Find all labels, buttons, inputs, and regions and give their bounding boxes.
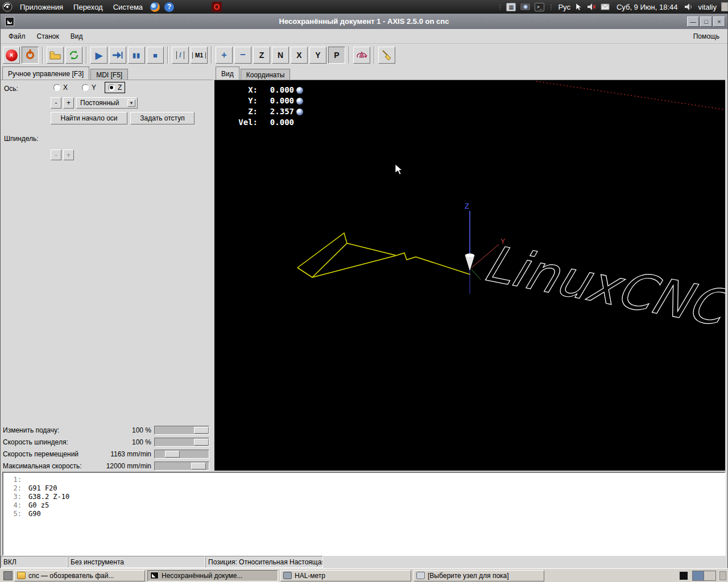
- menu-applications[interactable]: Приложения: [15, 0, 68, 14]
- estop-button[interactable]: ×: [3, 47, 20, 64]
- open-file-button[interactable]: [47, 47, 64, 64]
- workspace-2[interactable]: [704, 571, 715, 580]
- tab-mdi[interactable]: MDI [F5]: [90, 69, 128, 80]
- skip-lines-toggle[interactable]: /: [172, 47, 189, 64]
- calculator-icon[interactable]: ▦: [506, 3, 516, 11]
- keyboard-layout-indicator[interactable]: Рус: [555, 3, 573, 11]
- workspace-1[interactable]: [693, 571, 704, 580]
- view-top-rotated-button[interactable]: N: [272, 47, 289, 64]
- menu-view[interactable]: Вид: [65, 30, 89, 43]
- help-launcher-icon[interactable]: ?: [164, 2, 174, 12]
- taskbar-window-select-node[interactable]: [Выберите узел для пока]: [413, 570, 544, 581]
- gcode-line[interactable]: 1:: [3, 476, 725, 484]
- toolbar-separator: [167, 47, 168, 64]
- slider-handle[interactable]: [194, 427, 209, 434]
- manual-control-panel: Ось: X Y Z - + Постоянный ▼ Найти начало…: [1, 80, 213, 471]
- gcode-listing[interactable]: 1: 2:G91 F20 3:G38.2 Z-10 4:G0 z5 5:G90: [2, 472, 726, 556]
- gcode-line-text: G38.2 Z-10: [28, 493, 69, 501]
- mouse-cursor: [395, 164, 402, 174]
- jog-speed-slider[interactable]: [154, 450, 209, 459]
- gcode-line[interactable]: 4:G0 z5: [3, 501, 725, 510]
- applet-handle: ⋮: [497, 3, 503, 11]
- clear-plot-button[interactable]: [378, 47, 395, 64]
- pause-button[interactable]: ▮▮: [128, 47, 145, 64]
- terminal-icon[interactable]: >_: [535, 3, 544, 11]
- speaker-icon[interactable]: [684, 3, 692, 11]
- taskbar-window-halmeter[interactable]: HAL-метр: [280, 570, 411, 581]
- dro-vel-label: Vel:: [231, 117, 258, 128]
- spindle-plus-button[interactable]: +: [63, 149, 74, 160]
- max-velocity-slider[interactable]: [154, 462, 209, 471]
- trash-applet-icon[interactable]: [719, 571, 726, 580]
- distributor-logo-icon[interactable]: [2, 2, 13, 12]
- chevron-down-icon: ▼: [127, 99, 135, 107]
- tool-cone-top: [465, 253, 474, 257]
- menubar: Файл Станок Вид Помощь: [1, 29, 727, 44]
- stop-button[interactable]: ■: [147, 47, 164, 64]
- step-button[interactable]: [109, 47, 126, 64]
- slider-handle[interactable]: [165, 451, 180, 458]
- taskbar-window-file-manager[interactable]: cnc — обозреватель фай...: [14, 570, 145, 581]
- tab-dro[interactable]: Координаты: [241, 69, 291, 80]
- reload-file-button[interactable]: [65, 47, 82, 64]
- workspace-switcher[interactable]: [692, 571, 716, 581]
- rotate-view-button[interactable]: [353, 47, 370, 64]
- user-switcher[interactable]: vitaliy: [694, 3, 720, 11]
- taskbar-window-label: cnc — обозреватель фай...: [28, 572, 114, 580]
- axis-radio-x[interactable]: X: [51, 82, 71, 93]
- status-bar: ВКЛ Без инструмента Позиция: Относительн…: [1, 556, 727, 568]
- volume-muted-icon[interactable]: [587, 3, 596, 11]
- axis-radio-y[interactable]: Y: [79, 82, 99, 93]
- window-titlebar[interactable]: Несохранённый документ 1 - AXIS 2.5.0 on…: [1, 14, 727, 29]
- gcode-line[interactable]: 5:G90: [3, 510, 725, 518]
- tab-preview[interactable]: Вид: [216, 66, 239, 80]
- zoom-in-button[interactable]: +: [216, 47, 233, 64]
- clock[interactable]: Суб, 9 Июн, 18:44: [612, 3, 682, 11]
- mouse-pointer-applet-icon[interactable]: [576, 3, 582, 11]
- menu-help[interactable]: Помощь: [688, 30, 725, 43]
- slider-handle[interactable]: [191, 463, 206, 469]
- gcode-line-number: 3:: [3, 493, 28, 501]
- machine-power-button[interactable]: [22, 47, 39, 64]
- menu-file[interactable]: Файл: [3, 30, 31, 43]
- view-side-button[interactable]: X: [291, 47, 308, 64]
- menu-places[interactable]: Переход: [68, 0, 108, 14]
- set-offset-button[interactable]: Задать отступ: [130, 112, 195, 124]
- gcode-line[interactable]: 2:G91 F20: [3, 484, 725, 493]
- menu-system[interactable]: Система: [108, 0, 148, 14]
- show-desktop-icon[interactable]: [3, 571, 13, 580]
- view-top-button[interactable]: Z: [253, 47, 270, 64]
- spindle-override-slider[interactable]: [154, 438, 209, 447]
- mail-icon[interactable]: [601, 3, 610, 10]
- spindle-minus-button[interactable]: -: [51, 149, 61, 160]
- close-button[interactable]: ×: [713, 16, 725, 27]
- maximize-button[interactable]: □: [700, 16, 712, 27]
- run-button[interactable]: ▶: [90, 47, 107, 64]
- jog-mode-dropdown[interactable]: Постоянный ▼: [76, 97, 138, 109]
- axis-radio-z[interactable]: Z: [105, 82, 125, 93]
- feed-override-slider[interactable]: [154, 426, 209, 435]
- preview-3d-area[interactable]: LinuxCNC Y Z X: 0.000: [214, 80, 725, 471]
- screenshot-icon[interactable]: [520, 3, 530, 10]
- opera-launcher-icon[interactable]: O: [212, 2, 222, 12]
- taskbar-window-axis[interactable]: Несохранённый докуме...: [147, 570, 278, 581]
- axis-radio-x-label: X: [63, 84, 68, 92]
- axis-marker-icon: [296, 98, 303, 105]
- tab-manual-control[interactable]: Ручное управление [F3]: [2, 66, 89, 80]
- jog-minus-button[interactable]: -: [51, 97, 61, 109]
- panel-applet-icon[interactable]: [721, 2, 728, 11]
- slider-handle[interactable]: [194, 439, 209, 446]
- gcode-line[interactable]: 3:G38.2 Z-10: [3, 493, 725, 501]
- jog-plus-button[interactable]: +: [63, 97, 74, 109]
- view-perspective-button[interactable]: P: [328, 47, 345, 64]
- linuxcnc-tray-icon[interactable]: [679, 571, 688, 580]
- firefox-launcher-icon[interactable]: [150, 2, 160, 12]
- zoom-out-button[interactable]: −: [234, 47, 251, 64]
- home-axis-button[interactable]: Найти начало оси: [51, 112, 127, 124]
- minimize-button[interactable]: —: [687, 16, 699, 27]
- menu-machine[interactable]: Станок: [31, 30, 65, 43]
- optional-stop-toggle[interactable]: M1: [191, 47, 208, 64]
- view-front-button[interactable]: Y: [309, 47, 326, 64]
- gcode-line-number: 5:: [3, 510, 28, 518]
- gcode-line-text: G0 z5: [28, 501, 49, 509]
